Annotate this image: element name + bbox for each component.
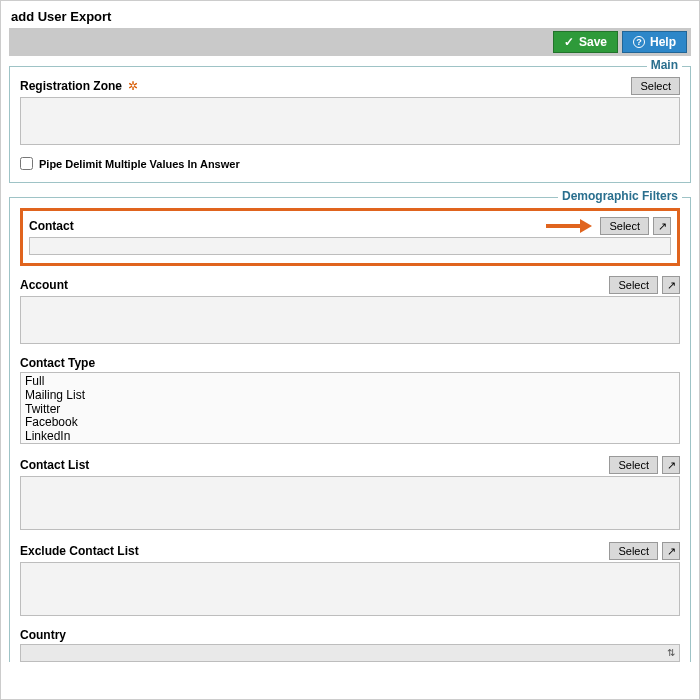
field-account: Account Select [20, 276, 680, 344]
section-demographic-title: Demographic Filters [558, 189, 682, 203]
account-label: Account [20, 278, 68, 292]
list-item[interactable]: Full [25, 375, 675, 389]
registration-zone-label: Registration Zone [20, 79, 122, 93]
contact-input[interactable] [29, 237, 671, 255]
contact-label: Contact [29, 219, 74, 233]
registration-zone-select-button[interactable]: Select [631, 77, 680, 95]
contact-popout-button[interactable] [653, 217, 671, 235]
section-demographic: Demographic Filters Contact Select [9, 197, 691, 662]
list-item[interactable]: LinkedIn [25, 430, 675, 444]
list-item[interactable]: Mailing List [25, 389, 675, 403]
section-main: Main Registration Zone ✲ Select Pipe Del… [9, 66, 691, 183]
exclude-contact-list-input[interactable] [20, 562, 680, 616]
arrow-icon [546, 219, 592, 233]
contact-type-label: Contact Type [20, 356, 95, 370]
contact-select-button[interactable]: Select [600, 217, 649, 235]
list-item[interactable]: Twitter [25, 403, 675, 417]
field-country: Country ⇅ [20, 628, 680, 662]
list-item[interactable]: Facebook [25, 416, 675, 430]
pipe-delimit-label: Pipe Delimit Multiple Values In Answer [39, 158, 240, 170]
section-main-title: Main [647, 58, 682, 72]
pipe-delimit-row[interactable]: Pipe Delimit Multiple Values In Answer [20, 157, 680, 170]
contact-list-select-button[interactable]: Select [609, 456, 658, 474]
fade-overlay [1, 681, 699, 699]
required-icon: ✲ [128, 79, 138, 93]
field-contact-list: Contact List Select [20, 456, 680, 530]
exclude-contact-list-popout-button[interactable] [662, 542, 680, 560]
exclude-contact-list-label: Exclude Contact List [20, 544, 139, 558]
contact-list-label: Contact List [20, 458, 89, 472]
field-registration-zone: Registration Zone ✲ Select [20, 77, 680, 145]
field-exclude-contact-list: Exclude Contact List Select [20, 542, 680, 616]
help-button-label: Help [650, 35, 676, 49]
check-icon [564, 35, 574, 49]
contact-list-input[interactable] [20, 476, 680, 530]
field-contact: Contact Select [29, 217, 671, 255]
account-popout-button[interactable] [662, 276, 680, 294]
country-label: Country [20, 628, 66, 642]
highlight-contact: Contact Select [20, 208, 680, 266]
exclude-contact-list-select-button[interactable]: Select [609, 542, 658, 560]
pipe-delimit-checkbox[interactable] [20, 157, 33, 170]
save-button[interactable]: Save [553, 31, 618, 53]
question-icon [633, 36, 645, 48]
toolbar: Save Help [9, 28, 691, 56]
registration-zone-input[interactable] [20, 97, 680, 145]
chevron-updown-icon: ⇅ [667, 647, 675, 658]
page-root: add User Export Save Help Main Registrat… [0, 0, 700, 700]
help-button[interactable]: Help [622, 31, 687, 53]
field-contact-type: Contact Type Full Mailing List Twitter F… [20, 356, 680, 444]
contact-list-popout-button[interactable] [662, 456, 680, 474]
country-select[interactable]: ⇅ [20, 644, 680, 662]
page-title: add User Export [11, 9, 691, 24]
account-select-button[interactable]: Select [609, 276, 658, 294]
save-button-label: Save [579, 35, 607, 49]
account-input[interactable] [20, 296, 680, 344]
contact-type-listbox[interactable]: Full Mailing List Twitter Facebook Linke… [20, 372, 680, 444]
